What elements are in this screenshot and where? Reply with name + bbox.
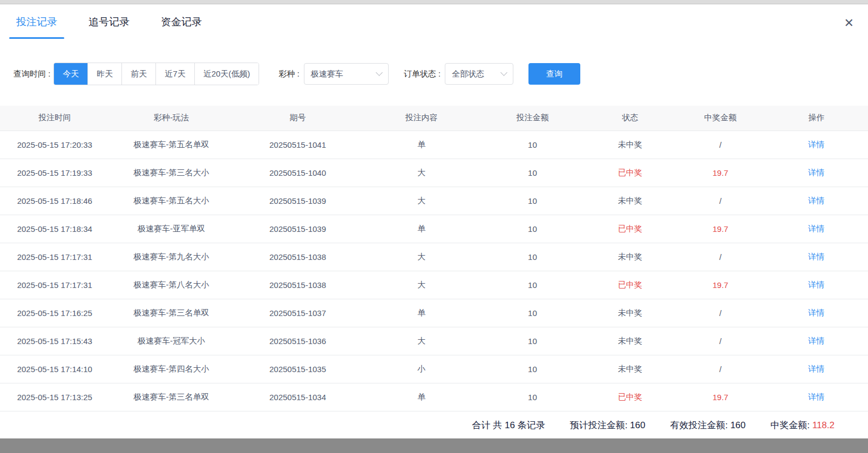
cell-bet-amount: 10 <box>481 299 584 327</box>
table-row: 2025-05-15 17:14:10极速赛车-第四名大小20250515-10… <box>0 355 868 383</box>
table-row: 2025-05-15 17:20:33极速赛车-第五名单双20250515-10… <box>0 131 868 159</box>
page-top-edge <box>0 0 868 4</box>
cell-status: 已中奖 <box>584 271 676 299</box>
lottery-filter-label: 彩种 : <box>279 69 299 79</box>
cell-game-play: 极速赛车-第三名大小 <box>110 159 234 187</box>
cell-issue-number: 20250515-1039 <box>234 187 362 215</box>
table-row: 2025-05-15 17:18:34极速赛车-亚军单双20250515-103… <box>0 215 868 243</box>
detail-link[interactable]: 详情 <box>808 364 824 373</box>
detail-link[interactable]: 详情 <box>808 140 824 149</box>
cell-status: 未中奖 <box>584 131 676 159</box>
cell-bet-content: 大 <box>362 187 481 215</box>
cell-bet-time: 2025-05-15 17:20:33 <box>0 131 110 159</box>
cell-action: 详情 <box>765 243 868 271</box>
cell-action: 详情 <box>765 187 868 215</box>
cell-bet-time: 2025-05-15 17:17:31 <box>0 243 110 271</box>
time-filter-last-7-days[interactable]: 近7天 <box>155 63 194 85</box>
cell-prize-amount: 19.7 <box>676 383 765 411</box>
detail-link[interactable]: 详情 <box>808 280 824 289</box>
chevron-down-icon <box>376 69 383 76</box>
tab-chase-records[interactable]: 追号记录 <box>82 4 137 40</box>
cell-action: 详情 <box>765 327 868 355</box>
column-header: 彩种-玩法 <box>110 106 234 131</box>
detail-link[interactable]: 详情 <box>808 252 824 261</box>
detail-link[interactable]: 详情 <box>808 392 824 401</box>
column-header: 投注时间 <box>0 106 110 131</box>
table-row: 2025-05-15 17:17:31极速赛车-第九名大小20250515-10… <box>0 243 868 271</box>
cell-bet-amount: 10 <box>481 383 584 411</box>
cell-bet-time: 2025-05-15 17:17:31 <box>0 271 110 299</box>
cell-game-play: 极速赛车-冠军大小 <box>110 327 234 355</box>
chevron-down-icon <box>500 69 507 76</box>
cell-status: 已中奖 <box>584 383 676 411</box>
cell-status: 已中奖 <box>584 159 676 187</box>
cell-game-play: 极速赛车-第五名单双 <box>110 131 234 159</box>
column-header: 操作 <box>765 106 868 131</box>
cell-status: 未中奖 <box>584 327 676 355</box>
tabs: 投注记录追号记录资金记录 <box>9 4 226 40</box>
cell-game-play: 极速赛车-第三名单双 <box>110 383 234 411</box>
table-row: 2025-05-15 17:17:31极速赛车-第八名大小20250515-10… <box>0 271 868 299</box>
cell-issue-number: 20250515-1038 <box>234 243 362 271</box>
time-filter-day-before[interactable]: 前天 <box>121 63 155 85</box>
table-header-row: 投注时间彩种-玩法期号投注内容投注金额状态中奖金额操作 <box>0 106 868 131</box>
filter-row: 查询时间 : 今天昨天前天近7天近20天(低频) 彩种 : 极速赛车 订单状态 … <box>0 63 868 85</box>
time-filter-group: 今天昨天前天近7天近20天(低频) <box>53 63 259 85</box>
cell-bet-amount: 10 <box>481 243 584 271</box>
cell-prize-amount: 19.7 <box>676 215 765 243</box>
cell-bet-amount: 10 <box>481 131 584 159</box>
tab-fund-records[interactable]: 资金记录 <box>154 4 209 40</box>
cell-issue-number: 20250515-1034 <box>234 383 362 411</box>
cell-bet-amount: 10 <box>481 215 584 243</box>
cell-game-play: 极速赛车-第五名大小 <box>110 187 234 215</box>
lottery-select[interactable]: 极速赛车 <box>304 63 389 85</box>
cell-prize-amount: / <box>676 131 765 159</box>
cell-bet-amount: 10 <box>481 355 584 383</box>
detail-link[interactable]: 详情 <box>808 168 824 177</box>
cell-bet-amount: 10 <box>481 159 584 187</box>
query-button[interactable]: 查询 <box>528 63 580 85</box>
cell-game-play: 极速赛车-第八名大小 <box>110 271 234 299</box>
time-filter-today[interactable]: 今天 <box>54 63 87 85</box>
cell-prize-amount: / <box>676 187 765 215</box>
time-filter-label: 查询时间 : <box>13 69 50 79</box>
cell-bet-content: 单 <box>362 299 481 327</box>
cell-issue-number: 20250515-1036 <box>234 327 362 355</box>
cell-bet-time: 2025-05-15 17:18:46 <box>0 187 110 215</box>
detail-link[interactable]: 详情 <box>808 224 824 233</box>
cell-action: 详情 <box>765 131 868 159</box>
tabs-bar: 投注记录追号记录资金记录 ✕ <box>0 4 868 40</box>
cell-prize-amount: 19.7 <box>676 159 765 187</box>
summary-prize: 中奖金额: 118.2 <box>770 419 835 431</box>
cell-bet-time: 2025-05-15 17:18:34 <box>0 215 110 243</box>
summary-prize-label: 中奖金额: <box>770 420 812 430</box>
cell-action: 详情 <box>765 271 868 299</box>
cell-game-play: 极速赛车-亚军单双 <box>110 215 234 243</box>
cell-action: 详情 <box>765 299 868 327</box>
close-icon[interactable]: ✕ <box>844 17 854 29</box>
order-status-label: 订单状态 : <box>404 69 440 79</box>
cell-action: 详情 <box>765 215 868 243</box>
cell-prize-amount: / <box>676 327 765 355</box>
records-table: 投注时间彩种-玩法期号投注内容投注金额状态中奖金额操作 2025-05-15 1… <box>0 106 868 411</box>
cell-issue-number: 20250515-1037 <box>234 299 362 327</box>
cell-action: 详情 <box>765 355 868 383</box>
cell-bet-content: 单 <box>362 383 481 411</box>
time-filter-yesterday[interactable]: 昨天 <box>87 63 121 85</box>
detail-link[interactable]: 详情 <box>808 336 824 345</box>
cell-status: 未中奖 <box>584 187 676 215</box>
cell-action: 详情 <box>765 159 868 187</box>
tab-betting-records[interactable]: 投注记录 <box>9 4 64 40</box>
cell-action: 详情 <box>765 383 868 411</box>
cell-bet-amount: 10 <box>481 327 584 355</box>
cell-bet-amount: 10 <box>481 187 584 215</box>
detail-link[interactable]: 详情 <box>808 196 824 205</box>
time-filter-last-20-days[interactable]: 近20天(低频) <box>194 63 259 85</box>
summary-total: 合计 共 16 条记录 <box>472 419 545 431</box>
detail-link[interactable]: 详情 <box>808 308 824 317</box>
cell-issue-number: 20250515-1035 <box>234 355 362 383</box>
order-status-select[interactable]: 全部状态 <box>445 63 513 85</box>
cell-bet-content: 大 <box>362 271 481 299</box>
cell-bet-time: 2025-05-15 17:13:25 <box>0 383 110 411</box>
cell-game-play: 极速赛车-第九名大小 <box>110 243 234 271</box>
